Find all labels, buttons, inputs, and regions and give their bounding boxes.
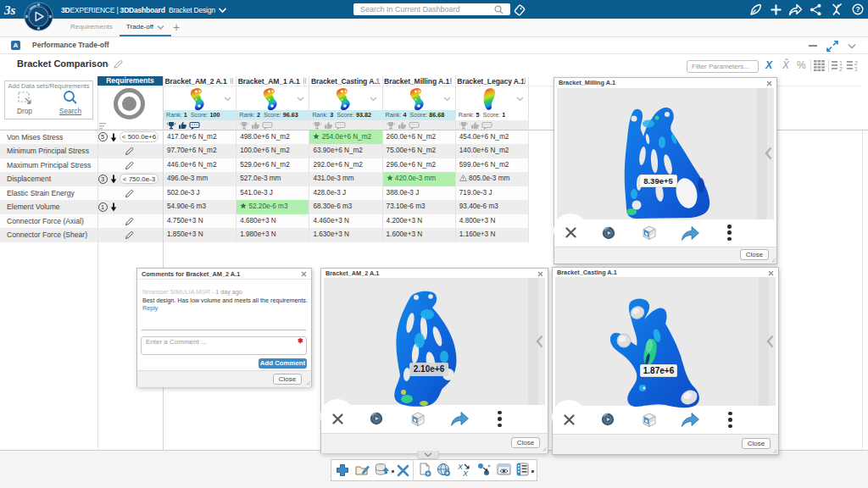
- svg-text:3s: 3s: [3, 3, 16, 17]
- svg-text:2: 2: [854, 60, 858, 66]
- svg-text:1: 1: [839, 60, 843, 66]
- svg-text:?: ?: [855, 5, 860, 14]
- svg-text:1: 1: [854, 66, 858, 71]
- svg-text:A: A: [14, 42, 19, 49]
- svg-text:2: 2: [839, 66, 843, 71]
- svg-text:X: X: [462, 469, 469, 477]
